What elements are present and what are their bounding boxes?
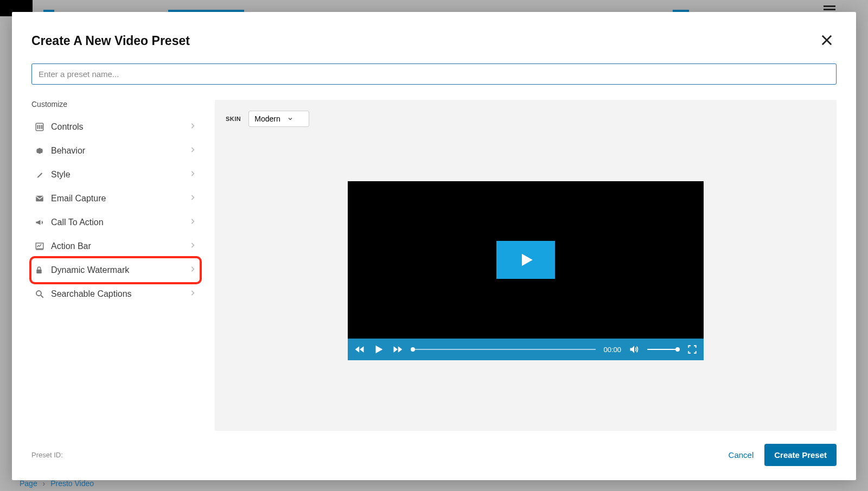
megaphone-icon <box>35 218 51 227</box>
play-overlay-button[interactable] <box>496 241 555 279</box>
chevron-right-icon <box>189 289 196 299</box>
sidebar-item-label: Controls <box>51 122 189 132</box>
svg-line-11 <box>41 295 43 298</box>
play-icon <box>373 343 385 355</box>
svg-rect-9 <box>36 270 41 273</box>
svg-rect-3 <box>37 125 39 129</box>
svg-marker-14 <box>360 346 364 353</box>
preset-id-label: Preset ID: <box>31 451 63 459</box>
sidebar-item-behavior[interactable]: Behavior <box>31 139 200 163</box>
skin-selected-value: Modern <box>254 114 280 123</box>
sidebar-item-label: Action Bar <box>51 241 189 251</box>
chevron-right-icon <box>189 194 196 203</box>
close-button[interactable] <box>817 30 837 52</box>
sidebar-item-label: Dynamic Watermark <box>51 265 189 275</box>
customize-sidebar: Customize ControlsBehaviorStyleEmail Cap… <box>31 100 200 431</box>
skin-label: SKIN <box>226 116 241 122</box>
preview-panel: SKIN Modern <box>215 100 837 431</box>
rewind-button[interactable] <box>354 344 365 355</box>
volume-track[interactable] <box>647 349 680 350</box>
fullscreen-icon <box>687 345 697 354</box>
sidebar-item-controls[interactable]: Controls <box>31 115 200 139</box>
play-icon <box>516 251 535 269</box>
sidebar-item-label: Style <box>51 170 189 180</box>
chevron-right-icon <box>189 146 196 156</box>
customize-section-label: Customize <box>31 100 200 109</box>
sidebar-item-label: Behavior <box>51 146 189 156</box>
breadcrumb-page[interactable]: Page <box>20 479 37 488</box>
create-preset-modal: Create A New Video Preset Customize Cont… <box>12 12 856 480</box>
volume-button[interactable] <box>629 344 640 355</box>
modal-footer: Preset ID: Cancel Create Preset <box>31 431 837 466</box>
mail-icon <box>35 194 51 203</box>
close-icon <box>819 33 834 48</box>
brush-icon <box>35 170 51 180</box>
fullscreen-button[interactable] <box>687 345 697 354</box>
skin-select[interactable]: Modern <box>248 111 309 127</box>
svg-rect-4 <box>39 125 40 129</box>
lock-icon <box>35 265 51 275</box>
svg-marker-17 <box>398 346 403 353</box>
chevron-right-icon <box>189 265 196 275</box>
gear-icon <box>35 146 51 156</box>
fast-forward-icon <box>392 344 403 355</box>
sidebar-item-email-capture[interactable]: Email Capture <box>31 187 200 211</box>
sidebar-item-call-to-action[interactable]: Call To Action <box>31 211 200 234</box>
play-button[interactable] <box>373 343 385 355</box>
sidebar-item-action-bar[interactable]: Action Bar <box>31 234 200 258</box>
sidebar-item-label: Searchable Captions <box>51 289 189 299</box>
volume-icon <box>629 344 640 355</box>
preset-name-input[interactable] <box>31 63 837 85</box>
fast-forward-button[interactable] <box>392 344 403 355</box>
sidebar-item-label: Email Capture <box>51 194 189 203</box>
video-control-bar: 00:00 <box>348 339 704 360</box>
sidebar-item-dynamic-watermark[interactable]: Dynamic Watermark <box>31 258 200 282</box>
video-area[interactable] <box>348 181 704 339</box>
search-icon <box>35 289 51 299</box>
controls-icon <box>35 122 51 132</box>
svg-marker-15 <box>376 346 383 354</box>
chevron-right-icon <box>189 241 196 251</box>
svg-rect-5 <box>41 125 42 129</box>
sidebar-item-searchable-captions[interactable]: Searchable Captions <box>31 282 200 306</box>
sidebar-item-label: Call To Action <box>51 218 189 227</box>
chevron-right-icon <box>189 122 196 132</box>
modal-header: Create A New Video Preset <box>31 30 837 52</box>
progress-track[interactable] <box>411 349 596 350</box>
volume-handle[interactable] <box>675 347 680 352</box>
time-display: 00:00 <box>603 346 621 354</box>
cancel-button[interactable]: Cancel <box>729 450 754 460</box>
skin-row: SKIN Modern <box>226 111 826 127</box>
modal-title: Create A New Video Preset <box>31 34 190 48</box>
chevron-right-icon <box>189 170 196 180</box>
svg-marker-18 <box>630 346 635 353</box>
chevron-right-icon <box>189 218 196 227</box>
svg-marker-13 <box>355 346 360 353</box>
breadcrumb: Page › Presto Video <box>20 479 94 488</box>
chevron-down-icon <box>287 116 293 122</box>
breadcrumb-separator: › <box>43 479 46 488</box>
video-player-preview: 00:00 <box>348 181 704 360</box>
create-preset-button[interactable]: Create Preset <box>764 444 837 466</box>
sidebar-item-style[interactable]: Style <box>31 163 200 187</box>
chart-icon <box>35 241 51 251</box>
progress-handle[interactable] <box>411 347 415 352</box>
svg-marker-16 <box>394 346 398 353</box>
svg-marker-12 <box>522 254 533 266</box>
svg-point-10 <box>36 291 41 296</box>
breadcrumb-current[interactable]: Presto Video <box>50 479 94 488</box>
rewind-icon <box>354 344 365 355</box>
